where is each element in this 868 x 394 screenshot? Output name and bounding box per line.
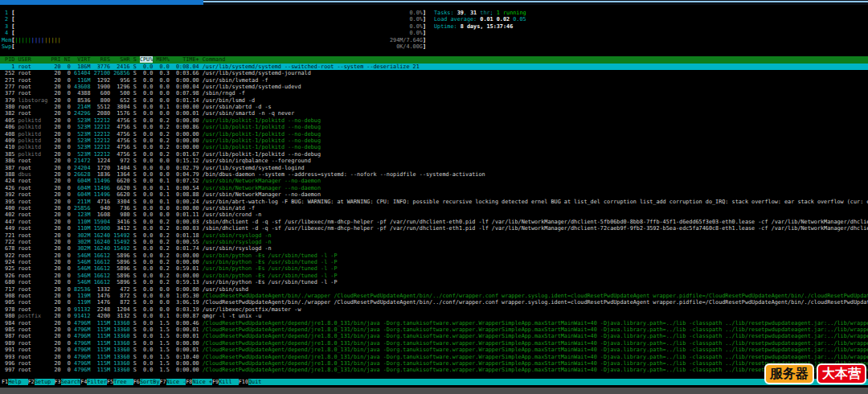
cell-res: 2248 (94, 306, 110, 313)
process-row[interactable]: 722 root 20 0 302M 16240 15492 S 0.0 0.2… (0, 239, 868, 245)
process-row[interactable]: 387 root 20 0 24204 1720 1404 S 0.0 0.0 … (0, 165, 868, 171)
cell-state: S (133, 265, 137, 272)
process-row[interactable]: 385 polkitd 20 0 523M 12212 4756 S 0.0 0… (0, 151, 868, 158)
fnbutton-filter[interactable]: Filter (87, 379, 107, 385)
process-row[interactable]: 925 root 20 0 546M 16612 5896 S 0.0 0.2 … (0, 265, 868, 272)
process-row[interactable]: 405 polkitd 20 0 523M 12212 4756 S 0.0 0… (0, 117, 868, 124)
process-row[interactable]: 410 polkitd 20 0 523M 12212 4756 S 0.0 0… (0, 144, 868, 150)
cell-user: root (18, 286, 47, 293)
column-header-command[interactable]: Command (203, 56, 226, 63)
cell-pid: 717 (2, 286, 14, 293)
process-row[interactable]: 985 root 20 0 4796M 115M 13360 S 0.0 1.5… (0, 326, 868, 333)
process-row[interactable]: 717 root 20 0 82536 1332 472 S 0.0 0.0 0… (0, 286, 868, 293)
cell-res: 12212 (94, 131, 110, 137)
process-row[interactable]: 388 dbus 20 0 26628 1836 1364 S 0.0 0.0 … (0, 171, 868, 178)
process-row[interactable]: 993 root 20 0 4796M 115M 13360 S 0.0 1.5… (0, 354, 868, 360)
cell-res: 1332 (94, 286, 110, 293)
process-row[interactable]: 252 root 20 0 61404 27100 26856 S 0.0 0.… (0, 70, 868, 76)
process-row[interactable]: 406 polkitd 20 0 523M 12212 4756 S 0.0 0… (0, 124, 868, 130)
cell-mem-percent: 0.2 (156, 252, 169, 259)
process-row[interactable]: 1 root 20 0 186M 3776 2416 S 0.0 0.0 0:0… (0, 64, 868, 70)
fnbutton-kill[interactable]: Kill (219, 379, 239, 385)
cell-res: 16240 (94, 245, 110, 252)
process-row[interactable]: 926 root 20 0 546M 16612 5896 S 0.0 0.2 … (0, 273, 868, 279)
column-header-cpu[interactable]: CPU% (140, 56, 153, 63)
process-row[interactable]: 424 root 20 0 604M 11496 6620 S 0.0 0.1 … (0, 178, 868, 184)
process-row[interactable]: 905 root 20 0 119M 1476 872 S 0.0 0.0 3:… (0, 299, 868, 306)
cell-mem-percent: 0.2 (156, 219, 169, 225)
cell-mem-percent: 0.2 (156, 137, 169, 144)
column-header-virt[interactable]: VIRT (74, 56, 90, 63)
cell-command: /CloudResetPwdUpdateAgent/bin/./wrapper … (203, 299, 868, 306)
column-header-user[interactable]: USER (18, 56, 47, 63)
cell-cpu-percent: 0.0 (140, 205, 153, 211)
process-row[interactable]: 447 root 20 0 110M 15904 3416 S 0.0 0.2 … (0, 219, 868, 225)
process-row[interactable]: 426 root 20 0 604M 11496 6620 S 0.0 0.1 … (0, 185, 868, 191)
cell-time: 0:00.03 (173, 219, 199, 225)
cell-cpu-percent: 0.0 (140, 211, 153, 218)
column-header-mem[interactable]: MEM% (156, 56, 169, 63)
cell-time: 0:00.00 (173, 144, 199, 150)
process-row[interactable]: 680 root 20 0 546M 16612 5896 S 0.0 0.2 … (0, 279, 868, 285)
process-row[interactable]: 409 polkitd 20 0 523M 12212 4756 S 0.0 0… (0, 137, 868, 144)
process-row[interactable]: 395 root 20 0 211M 4716 3304 S 0.0 0.1 0… (0, 199, 868, 205)
cell-priority: 20 (51, 252, 60, 259)
process-row[interactable]: 380 root 20 0 214M 5512 3804 S 0.0 0.1 0… (0, 104, 868, 110)
process-row[interactable]: 721 root 20 0 302M 16240 15492 S 0.0 0.2… (0, 232, 868, 239)
process-row[interactable]: 400 root 20 0 25856 940 736 S 0.0 0.0 0:… (0, 205, 868, 211)
process-row[interactable]: 402 root 20 0 123M 1608 980 S 0.0 0.0 0:… (0, 211, 868, 218)
fnbutton-setup[interactable]: Setup (35, 379, 55, 385)
process-row[interactable]: 987 root 20 0 4796M 115M 13360 S 0.0 1.5… (0, 333, 868, 339)
process-row[interactable]: 978 root 20 0 91132 2248 1204 S 0.0 0.0 … (0, 306, 868, 313)
process-row[interactable]: 277 root 20 0 43608 1900 1296 S 0.0 0.0 … (0, 84, 868, 90)
process-row[interactable]: 377 root 20 0 4388 600 500 S 0.0 0.0 0:0… (0, 90, 868, 96)
process-row[interactable]: 392 root 20 0 604M 11496 6620 S 0.0 0.1 … (0, 191, 868, 198)
process-row[interactable]: 980 postfix 20 0 91412 4200 3132 S 0.0 0… (0, 313, 868, 319)
fnbutton-tree[interactable]: Tree (113, 379, 133, 385)
cell-priority: 20 (51, 70, 60, 76)
column-header-res[interactable]: RES (94, 56, 110, 63)
process-row[interactable]: 984 root 20 0 4796M 115M 13360 S 0.0 1.5… (0, 320, 868, 326)
cell-mem-percent: 0.2 (156, 151, 169, 158)
cell-virt: 523M (74, 144, 90, 150)
cell-user: root (18, 245, 47, 252)
column-header-pri[interactable]: PRI (51, 56, 60, 63)
cell-priority: 20 (51, 77, 60, 84)
cell-user: root (18, 367, 47, 373)
process-row[interactable]: 997 root 20 0 4796M 115M 13360 S 0.0 1.5… (0, 367, 868, 373)
process-row[interactable]: 991 root 20 0 4796M 115M 13360 S 0.0 1.5… (0, 347, 868, 353)
cell-pid: 925 (2, 265, 14, 272)
process-row[interactable]: 989 root 20 0 4796M 115M 13360 S 0.0 1.5… (0, 340, 868, 347)
column-header-shr[interactable]: SHR (113, 56, 129, 63)
process-row[interactable]: 996 root 20 0 4796M 115M 13360 S 0.0 1.5… (0, 360, 868, 367)
cell-nice: 0 (64, 70, 71, 76)
cell-nice: 0 (64, 137, 71, 144)
process-row[interactable]: 379 libstorag 20 0 8536 800 652 S 0.0 0.… (0, 97, 868, 104)
process-row[interactable]: 382 root 20 0 24296 2080 1576 S 0.0 0.0 … (0, 110, 868, 117)
fnbutton-search[interactable]: Search (61, 379, 81, 385)
process-row[interactable]: 449 root 20 0 110M 15900 3412 S 0.0 0.2 … (0, 225, 868, 232)
process-row[interactable]: 922 root 20 0 546M 16612 5896 S 0.0 0.2 … (0, 252, 868, 259)
fnbutton-help[interactable]: Help (8, 379, 28, 385)
fnbutton-nice[interactable]: Nice + (192, 379, 212, 385)
column-header-ni[interactable]: NI (64, 56, 71, 63)
fnbutton-nice[interactable]: Nice - (166, 379, 186, 385)
stat-segment: ; (490, 10, 497, 16)
column-header-pid[interactable]: PID (2, 56, 14, 63)
cell-time: 0:00.00 (173, 205, 199, 211)
process-row[interactable]: 678 root 20 0 302M 16240 15492 S 0.0 0.2… (0, 245, 868, 252)
cell-time: 0:07.98 (173, 90, 199, 96)
process-row[interactable]: 924 root 20 0 546M 16612 5896 S 0.0 0.2 … (0, 259, 868, 265)
cell-pid: 405 (2, 117, 14, 124)
process-row[interactable]: 386 root 20 0 21472 1224 972 S 0.0 0.0 0… (0, 158, 868, 164)
column-header-s[interactable]: S (133, 56, 137, 63)
process-row[interactable]: 408 polkitd 20 0 523M 12212 4756 S 0.0 0… (0, 131, 868, 137)
cell-time: 0:08.88 (173, 191, 199, 198)
cell-user: polkitd (18, 124, 47, 130)
process-row[interactable]: 271 root 20 0 116M 1292 956 S 0.0 0.0 0:… (0, 77, 868, 84)
process-row[interactable]: 908 root 20 0 119M 1476 872 S 0.0 0.0 1:… (0, 293, 868, 299)
cell-mem-percent: 0.3 (156, 70, 169, 76)
fnbutton-sortby[interactable]: SortBy (140, 379, 160, 385)
column-header-time+[interactable]: TIME+ (173, 56, 199, 63)
fnbutton-quit[interactable]: Quit (248, 379, 268, 385)
